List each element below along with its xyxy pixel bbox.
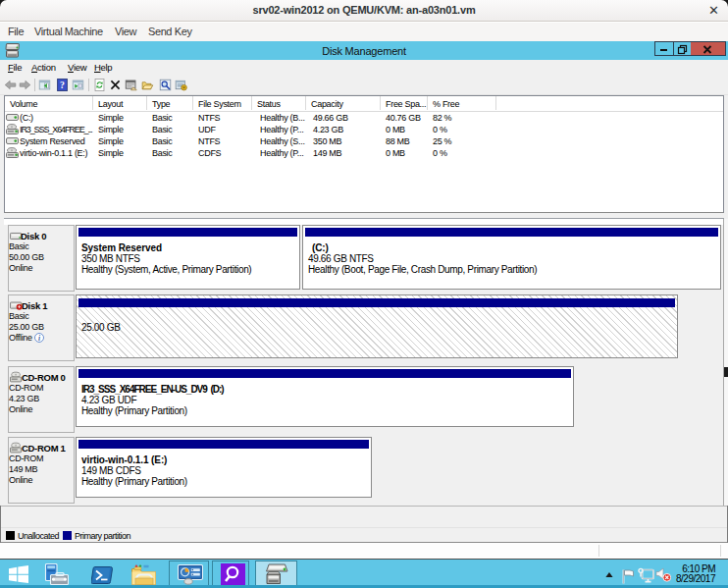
svg-text:?: ? [60,80,65,90]
